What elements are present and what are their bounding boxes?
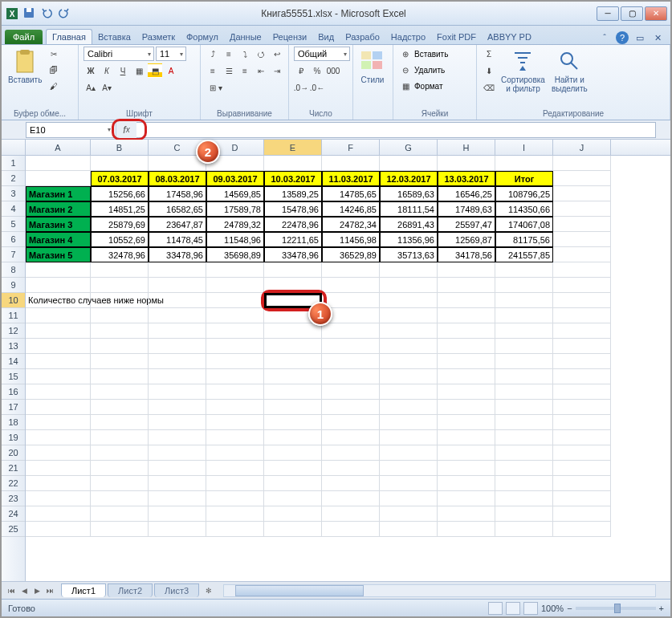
cell-E5[interactable]: 22478,96	[264, 217, 322, 232]
cell-J3[interactable]	[553, 186, 611, 201]
cell-E17[interactable]	[264, 400, 322, 415]
cell-G18[interactable]	[380, 415, 438, 430]
cell-H12[interactable]	[438, 323, 495, 339]
cell-C17[interactable]	[149, 400, 206, 415]
row-header-5[interactable]: 5	[2, 217, 25, 232]
cell-H8[interactable]	[438, 262, 495, 278]
cell-C15[interactable]	[149, 369, 206, 384]
font-color-icon[interactable]: A	[164, 63, 178, 78]
cell-D9[interactable]	[206, 278, 264, 293]
cell-B23[interactable]	[91, 491, 149, 506]
cell-E9[interactable]	[264, 278, 322, 293]
cell-H21[interactable]	[438, 461, 495, 476]
percent-icon[interactable]: %	[310, 63, 324, 78]
close-button[interactable]: ✕	[645, 6, 667, 21]
cell-G2[interactable]: 12.03.2017	[380, 171, 438, 186]
cell-E22[interactable]	[264, 476, 322, 491]
align-mid-icon[interactable]: ≡	[222, 47, 236, 61]
bold-icon[interactable]: Ж	[83, 63, 98, 78]
cell-H17[interactable]	[438, 400, 495, 415]
cell-J20[interactable]	[553, 445, 611, 461]
row-header-3[interactable]: 3	[2, 186, 25, 201]
border-icon[interactable]: ▦	[132, 63, 146, 78]
col-header-J[interactable]: J	[553, 140, 611, 155]
cell-J1[interactable]	[553, 156, 611, 171]
indent-dec-icon[interactable]: ⇤	[254, 63, 268, 78]
align-center-icon[interactable]: ☰	[222, 63, 236, 78]
tab-view[interactable]: Вид	[312, 30, 340, 44]
orientation-icon[interactable]: ⭯	[254, 47, 268, 61]
cell-A12[interactable]	[26, 323, 91, 339]
row-header-24[interactable]: 24	[2, 506, 25, 522]
font-select[interactable]: Calibri	[83, 47, 154, 61]
sheet-tab-2[interactable]: Лист2	[108, 583, 153, 597]
cell-I23[interactable]	[495, 491, 553, 506]
cell-A20[interactable]	[26, 445, 91, 461]
cell-F21[interactable]	[322, 461, 380, 476]
cell-D11[interactable]	[206, 308, 264, 323]
cell-D7[interactable]: 35698,89	[206, 247, 264, 262]
cell-J7[interactable]	[553, 247, 611, 262]
cell-F8[interactable]	[322, 262, 380, 278]
hscroll-thumb[interactable]	[235, 585, 364, 596]
sheet-tab-3[interactable]: Лист3	[154, 583, 199, 597]
cell-I10[interactable]	[495, 293, 553, 308]
col-header-I[interactable]: I	[495, 140, 553, 155]
select-all-corner[interactable]	[2, 140, 26, 155]
row-header-19[interactable]: 19	[2, 430, 25, 445]
cell-I5[interactable]: 174067,08	[495, 217, 553, 232]
cell-C6[interactable]: 11478,45	[149, 232, 206, 247]
cell-G14[interactable]	[380, 354, 438, 369]
cell-A4[interactable]: Магазин 2	[26, 201, 91, 217]
cell-G8[interactable]	[380, 262, 438, 278]
clear-icon[interactable]: ⌫	[482, 80, 496, 95]
cell-F2[interactable]: 11.03.2017	[322, 171, 380, 186]
row-header-16[interactable]: 16	[2, 384, 25, 400]
cell-C5[interactable]: 23647,87	[149, 217, 206, 232]
fill-color-icon[interactable]: ⬒	[148, 63, 162, 78]
cell-H14[interactable]	[438, 354, 495, 369]
cell-J18[interactable]	[553, 415, 611, 430]
row-header-15[interactable]: 15	[2, 369, 25, 384]
cell-G17[interactable]	[380, 400, 438, 415]
cell-C23[interactable]	[149, 491, 206, 506]
row-header-18[interactable]: 18	[2, 415, 25, 430]
cell-C20[interactable]	[149, 445, 206, 461]
cell-E21[interactable]	[264, 461, 322, 476]
cell-D19[interactable]	[206, 430, 264, 445]
undo-icon[interactable]	[40, 6, 55, 21]
cell-G13[interactable]	[380, 339, 438, 354]
cell-D18[interactable]	[206, 415, 264, 430]
zoom-slider[interactable]	[576, 607, 656, 610]
cell-A5[interactable]: Магазин 3	[26, 217, 91, 232]
cell-C25[interactable]	[149, 522, 206, 537]
cell-B1[interactable]	[91, 156, 149, 171]
save-icon[interactable]	[22, 6, 37, 21]
cell-D13[interactable]	[206, 339, 264, 354]
cell-H19[interactable]	[438, 430, 495, 445]
cell-J24[interactable]	[553, 506, 611, 522]
format-cell-icon[interactable]: ▦	[398, 79, 413, 93]
cell-B16[interactable]	[91, 384, 149, 400]
align-top-icon[interactable]: ⤴	[206, 47, 220, 61]
cell-I8[interactable]	[495, 262, 553, 278]
minimize-ribbon-icon[interactable]: ˆ	[598, 31, 611, 44]
cell-C9[interactable]	[149, 278, 206, 293]
tab-home[interactable]: Главная	[46, 29, 92, 44]
delete-label[interactable]: Удалить	[414, 66, 445, 75]
cell-F14[interactable]	[322, 354, 380, 369]
cell-E6[interactable]: 12211,65	[264, 232, 322, 247]
cell-D23[interactable]	[206, 491, 264, 506]
tab-formulas[interactable]: Формул	[181, 30, 224, 44]
cell-A9[interactable]	[26, 278, 91, 293]
cell-A7[interactable]: Магазин 5	[26, 247, 91, 262]
name-box[interactable]: E10	[26, 122, 114, 138]
cell-G16[interactable]	[380, 384, 438, 400]
row-header-11[interactable]: 11	[2, 308, 25, 323]
cell-D22[interactable]	[206, 476, 264, 491]
cell-J15[interactable]	[553, 369, 611, 384]
cell-A1[interactable]	[26, 156, 91, 171]
col-header-A[interactable]: A	[26, 140, 91, 155]
insert-label[interactable]: Вставить	[414, 50, 448, 59]
cell-E19[interactable]	[264, 430, 322, 445]
